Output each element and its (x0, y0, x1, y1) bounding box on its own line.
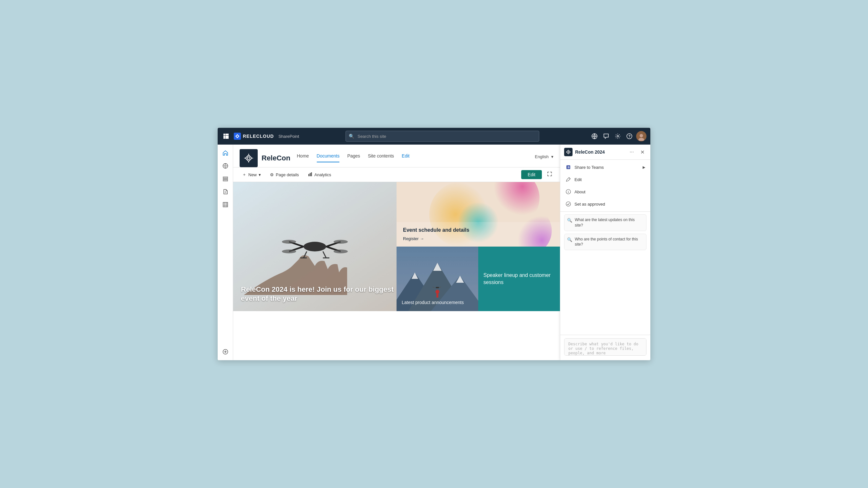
sidebar-item-add[interactable] (220, 346, 231, 358)
set-approved-label: Set as approved (575, 202, 605, 206)
language-selector[interactable]: English ▾ (535, 154, 554, 162)
suggestion-item-2[interactable]: 🔍 Who are the points of contact for this… (564, 234, 647, 251)
edit-icon (565, 176, 571, 182)
site-logo-area: ReleCon (240, 149, 290, 167)
panel-more-button[interactable]: ··· (628, 149, 636, 156)
site-header: ReleCon Home Documents Pages Site conten… (233, 144, 560, 167)
translate-button[interactable] (590, 131, 599, 141)
page-details-label: Page details (276, 172, 299, 177)
top-navigation: RELECLOUD SharePoint 🔍 (218, 128, 650, 144)
panel-menu-edit[interactable]: Edit (560, 173, 650, 186)
hero-product-tile[interactable]: Latest product announcements (397, 247, 478, 311)
help-button[interactable]: ? (624, 131, 634, 141)
top-nav-left: RELECLOUD SharePoint (221, 132, 299, 141)
svg-point-38 (334, 240, 348, 244)
feedback-button[interactable] (601, 131, 611, 141)
site-nav-sitecontents[interactable]: Site contents (368, 153, 394, 162)
site-nav-documents[interactable]: Documents (317, 153, 340, 162)
panel-input[interactable] (564, 338, 647, 356)
svg-rect-18 (223, 177, 228, 178)
settings-button[interactable] (613, 131, 623, 141)
svg-rect-5 (227, 135, 228, 137)
browser-window: RELECLOUD SharePoint 🔍 (218, 128, 650, 360)
waffle-menu-button[interactable] (221, 132, 230, 141)
hero-product-text: Latest product announcements (402, 299, 464, 306)
analytics-label: Analytics (314, 172, 331, 177)
svg-rect-19 (223, 178, 228, 180)
svg-rect-2 (227, 134, 228, 135)
panel-close-button[interactable]: ✕ (639, 149, 647, 156)
panel-menu: Share to Teams ▶ Edit (560, 160, 650, 212)
svg-point-62 (568, 151, 569, 153)
sidebar-item-home[interactable] (220, 147, 231, 159)
sidebar-item-globe[interactable] (220, 160, 231, 172)
panel-menu-about[interactable]: i About (560, 186, 650, 198)
search-input[interactable] (345, 131, 539, 142)
svg-rect-6 (223, 137, 225, 139)
avatar[interactable] (636, 131, 647, 141)
svg-point-16 (639, 138, 644, 141)
svg-rect-21 (223, 202, 228, 207)
hero-speaker-tile[interactable]: Speaker lineup and customer sessions (478, 247, 560, 311)
site-nav-pages[interactable]: Pages (347, 153, 360, 162)
panel-menu-share-teams[interactable]: Share to Teams ▶ (560, 161, 650, 173)
sharepoint-label: SharePoint (278, 134, 299, 139)
svg-rect-29 (310, 173, 311, 176)
sidebar (218, 144, 233, 360)
svg-rect-30 (311, 172, 312, 176)
check-circle-icon (565, 201, 571, 207)
panel-header: ReleCon 2024 ··· ✕ (560, 144, 650, 160)
hero-headline: ReleCon 2024 is here! Join us for our bi… (241, 285, 397, 303)
suggestion-item-1[interactable]: 🔍 What are the latest updates on this si… (564, 214, 647, 231)
sidebar-item-list[interactable] (220, 173, 231, 185)
site-navigation: Home Documents Pages Site contents Edit (297, 153, 528, 163)
hero-event-tile[interactable]: Event schedule and details Register → (397, 182, 560, 247)
svg-point-12 (617, 135, 618, 137)
language-label: English (535, 154, 549, 159)
svg-text:i: i (568, 190, 569, 194)
svg-rect-0 (223, 134, 225, 135)
main-area: ReleCon Home Documents Pages Site conten… (218, 144, 650, 360)
hero-event-text: Event schedule and details Register → (397, 222, 560, 247)
edit-button[interactable]: Edit (521, 170, 542, 179)
svg-rect-8 (227, 137, 228, 139)
analytics-button[interactable]: Analytics (306, 171, 334, 179)
register-link[interactable]: Register → (403, 236, 424, 241)
hero-grid: ReleCon 2024 is here! Join us for our bi… (233, 182, 560, 360)
site-logo (240, 149, 258, 167)
panel-menu-set-approved[interactable]: Set as approved (560, 198, 650, 210)
suggestion-text-2: Who are the points of contact for this s… (575, 236, 644, 248)
site-title: ReleCon (261, 154, 290, 162)
suggestion-text-1: What are the latest updates on this site… (575, 217, 644, 228)
hero-speaker-text: Speaker lineup and customer sessions (484, 272, 555, 286)
svg-rect-58 (437, 294, 438, 298)
right-panel: ReleCon 2024 ··· ✕ Share to Teams ▶ (560, 144, 650, 360)
hero-main-tile[interactable]: ReleCon 2024 is here! Join us for our bi… (233, 182, 397, 311)
hero-speaker-title: Speaker lineup and customer sessions (484, 272, 551, 285)
new-button[interactable]: ＋ New ▾ (240, 170, 264, 179)
search-suggestion-icon-1: 🔍 (567, 218, 572, 223)
panel-suggestions: 🔍 What are the latest updates on this si… (560, 212, 650, 335)
svg-rect-20 (223, 180, 228, 181)
expand-button[interactable] (546, 170, 554, 179)
svg-point-37 (282, 240, 296, 244)
svg-rect-59 (436, 287, 439, 288)
site-nav-home[interactable]: Home (297, 153, 309, 162)
sidebar-item-table[interactable] (220, 199, 231, 210)
panel-input-area (560, 335, 650, 360)
sidebar-item-doc[interactable] (220, 186, 231, 197)
page-details-button[interactable]: ⚙ Page details (268, 171, 302, 178)
site-nav-edit[interactable]: Edit (402, 153, 409, 162)
svg-point-15 (640, 134, 643, 137)
edit-label: Edit (575, 177, 582, 182)
about-label: About (575, 190, 585, 194)
chevron-down-icon: ▾ (259, 172, 261, 177)
info-icon: i (565, 189, 571, 195)
panel-title: ReleCon 2024 (575, 150, 625, 155)
cursor-indicator: ▶ (643, 165, 645, 169)
hero-teal-background: Speaker lineup and customer sessions (478, 247, 560, 311)
hero-event-title: Event schedule and details (403, 227, 554, 233)
panel-logo (564, 148, 572, 156)
search-icon: 🔍 (349, 134, 354, 139)
svg-rect-1 (225, 134, 227, 135)
